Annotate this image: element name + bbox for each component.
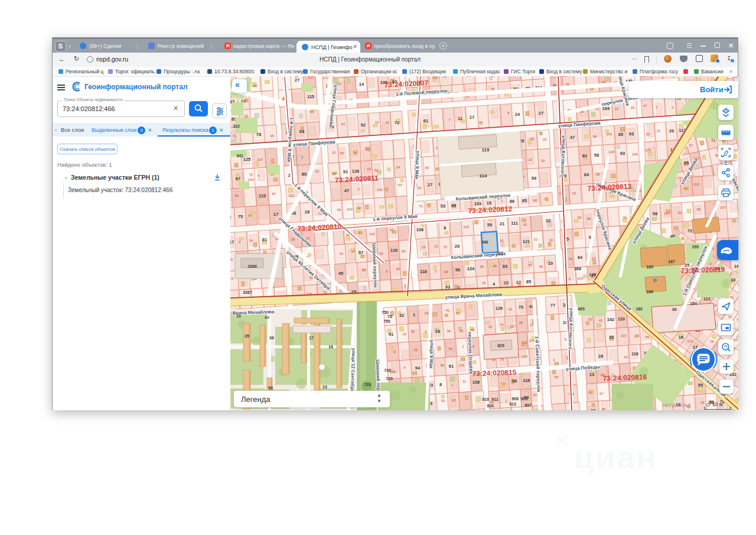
svg-text:44: 44 bbox=[466, 76, 471, 78]
svg-text:3387: 3387 bbox=[243, 290, 252, 294]
svg-text:96: 96 bbox=[623, 216, 627, 219]
svg-text:129: 129 bbox=[577, 277, 584, 280]
svg-text:42: 42 bbox=[523, 223, 527, 226]
svg-text:332: 332 bbox=[233, 124, 240, 128]
svg-text:17: 17 bbox=[309, 336, 314, 340]
svg-text:10: 10 bbox=[332, 151, 336, 154]
svg-text:10: 10 bbox=[236, 314, 241, 318]
svg-text:61: 61 bbox=[341, 122, 346, 126]
svg-text:729: 729 bbox=[386, 377, 393, 381]
svg-text:Р: Р bbox=[653, 278, 657, 284]
svg-text:17: 17 bbox=[502, 382, 506, 386]
svg-text:50: 50 bbox=[578, 216, 582, 219]
svg-text:35: 35 bbox=[488, 325, 493, 329]
svg-text:27: 27 bbox=[428, 182, 432, 187]
svg-text:41: 41 bbox=[500, 323, 504, 326]
svg-text:84: 84 bbox=[584, 172, 589, 177]
svg-text:16: 16 bbox=[500, 239, 504, 242]
svg-text:127: 127 bbox=[308, 76, 314, 79]
svg-text:115: 115 bbox=[259, 193, 266, 199]
svg-text:24: 24 bbox=[396, 166, 400, 169]
svg-text:113: 113 bbox=[687, 339, 693, 343]
svg-text:58: 58 bbox=[653, 211, 657, 216]
svg-text:91: 91 bbox=[343, 169, 348, 174]
svg-text:75: 75 bbox=[238, 214, 243, 219]
svg-text:15: 15 bbox=[375, 121, 379, 124]
svg-text:52: 52 bbox=[456, 312, 460, 315]
svg-text:126: 126 bbox=[496, 306, 503, 311]
svg-text:42: 42 bbox=[491, 76, 495, 77]
svg-text:51: 51 bbox=[443, 76, 447, 78]
svg-text:85: 85 bbox=[526, 279, 531, 284]
svg-text:38: 38 bbox=[444, 270, 448, 274]
svg-text:35: 35 bbox=[245, 334, 249, 338]
svg-text:13: 13 bbox=[592, 257, 596, 260]
svg-text:22: 22 bbox=[529, 158, 533, 161]
svg-text:59: 59 bbox=[555, 375, 559, 379]
svg-text:42: 42 bbox=[599, 319, 603, 322]
svg-text:29: 29 bbox=[418, 186, 422, 190]
svg-text:23: 23 bbox=[588, 317, 592, 321]
svg-text:102: 102 bbox=[522, 341, 528, 344]
svg-text:90: 90 bbox=[447, 329, 451, 333]
svg-text:145: 145 bbox=[589, 273, 596, 277]
svg-text:911: 911 bbox=[491, 397, 498, 401]
svg-text:107: 107 bbox=[621, 334, 627, 338]
svg-text:81: 81 bbox=[396, 267, 400, 271]
svg-text:109: 109 bbox=[230, 258, 233, 261]
svg-text:84: 84 bbox=[578, 255, 583, 260]
svg-text:125: 125 bbox=[645, 148, 651, 152]
svg-text:102: 102 bbox=[607, 317, 615, 322]
svg-text:66: 66 bbox=[310, 110, 314, 114]
svg-text:466: 466 bbox=[482, 240, 488, 244]
svg-text:125: 125 bbox=[458, 364, 465, 367]
svg-text:53: 53 bbox=[460, 329, 464, 333]
svg-text:68: 68 bbox=[299, 129, 304, 134]
svg-text:66: 66 bbox=[646, 335, 650, 339]
svg-text:829: 829 bbox=[497, 343, 504, 348]
svg-text:52: 52 bbox=[361, 122, 366, 128]
svg-text:95: 95 bbox=[539, 265, 543, 268]
svg-text:49: 49 bbox=[712, 139, 716, 142]
svg-text:21: 21 bbox=[500, 221, 504, 226]
svg-text:116: 116 bbox=[529, 339, 535, 342]
svg-text:155: 155 bbox=[692, 245, 699, 249]
svg-text:3386: 3386 bbox=[247, 264, 257, 268]
svg-text:28: 28 bbox=[598, 354, 603, 359]
svg-text:27: 27 bbox=[539, 111, 543, 116]
svg-text:57: 57 bbox=[689, 144, 693, 147]
svg-text:26: 26 bbox=[414, 348, 418, 352]
svg-text:908: 908 bbox=[511, 397, 519, 401]
svg-text:17: 17 bbox=[273, 212, 278, 217]
svg-text:21: 21 bbox=[386, 121, 390, 124]
svg-text:82: 82 bbox=[582, 153, 587, 158]
svg-text:72: 72 bbox=[687, 228, 692, 234]
svg-text:улица 9 Мая: улица 9 Мая bbox=[428, 340, 435, 369]
svg-text:102: 102 bbox=[432, 76, 439, 79]
svg-text:16: 16 bbox=[734, 264, 738, 269]
svg-text:119: 119 bbox=[230, 277, 233, 280]
svg-text:8: 8 bbox=[439, 382, 442, 387]
svg-text:108: 108 bbox=[472, 380, 480, 385]
svg-text:85: 85 bbox=[522, 198, 527, 203]
svg-text:32: 32 bbox=[399, 313, 404, 318]
svg-text:64: 64 bbox=[398, 183, 402, 187]
svg-text:55: 55 bbox=[480, 265, 484, 268]
svg-text:14: 14 bbox=[624, 355, 628, 359]
svg-text:124: 124 bbox=[467, 266, 475, 271]
svg-text:368: 368 bbox=[574, 267, 581, 271]
svg-text:86: 86 bbox=[510, 199, 514, 204]
svg-text:73: 73 bbox=[434, 245, 438, 248]
svg-text:93: 93 bbox=[445, 284, 450, 290]
svg-text:28: 28 bbox=[305, 209, 309, 215]
svg-text:67: 67 bbox=[236, 176, 240, 181]
svg-text:897: 897 bbox=[524, 403, 532, 407]
svg-text:910: 910 bbox=[482, 397, 489, 401]
svg-text:81: 81 bbox=[262, 237, 267, 242]
svg-text:73: 73 bbox=[419, 205, 423, 208]
svg-text:56: 56 bbox=[455, 267, 460, 273]
svg-text:23: 23 bbox=[422, 245, 426, 249]
svg-text:93: 93 bbox=[441, 399, 445, 403]
svg-text:62: 62 bbox=[452, 398, 456, 402]
svg-text:84: 84 bbox=[602, 407, 606, 410]
